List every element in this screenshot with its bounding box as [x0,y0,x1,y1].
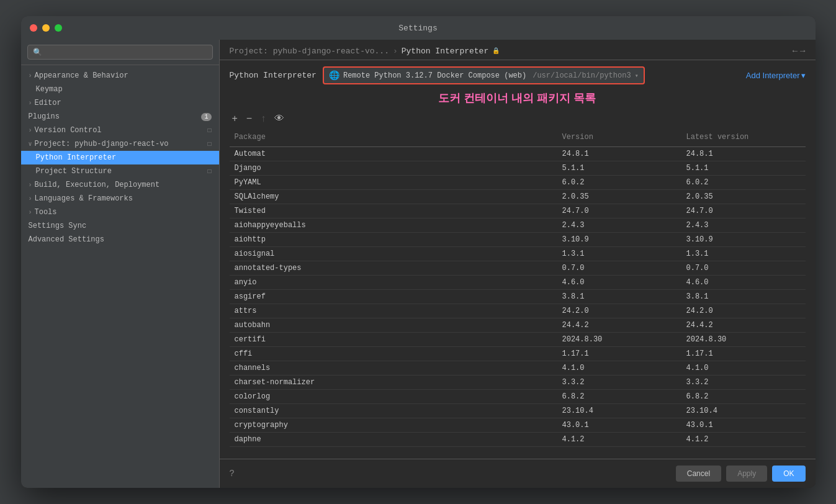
footer-buttons: Cancel Apply OK [676,466,806,482]
add-interpreter-arrow: ▾ [801,71,806,80]
lock-icon: □ [207,141,211,148]
interpreter-label: Python Interpreter [230,71,317,80]
package-latest: 24.2.0 [681,304,806,318]
package-name: Django [230,161,557,175]
table-row[interactable]: anyio 4.6.0 4.6.0 [230,276,806,290]
back-arrow[interactable]: ← [793,46,798,56]
interpreter-row: Python Interpreter 🌐 Remote Python 3.12.… [220,60,816,91]
table-row[interactable]: aiohappyeyeballs 2.4.3 2.4.3 [230,218,806,233]
package-version: 3.8.1 [557,290,681,304]
table-row[interactable]: SQLAlchemy 2.0.35 2.0.35 [230,190,806,204]
table-row[interactable]: annotated-types 0.7.0 0.7.0 [230,261,806,276]
table-row[interactable]: attrs 24.2.0 24.2.0 [230,304,806,318]
sidebar-item-version-control[interactable]: › Version Control □ [21,124,219,137]
package-name: autobahn [230,318,557,332]
package-latest: 24.7.0 [681,204,806,218]
main-panel: Project: pyhub-django-react-vo... › Pyth… [220,40,816,488]
package-name: constantly [230,404,557,418]
table-row[interactable]: Twisted 24.7.0 24.7.0 [230,204,806,218]
package-version: 6.0.2 [557,176,681,189]
chevron-icon: › [29,73,32,79]
table-row[interactable]: aiohttp 3.10.9 3.10.9 [230,233,806,247]
apply-button[interactable]: Apply [726,466,767,482]
maximize-button[interactable] [55,24,62,32]
sidebar-item-appearance[interactable]: › Appearance & Behavior [21,69,219,83]
table-row[interactable]: cryptography 43.0.1 43.0.1 [230,418,806,433]
sidebar-item-project[interactable]: ∨ Project: pyhub-django-react-vo □ [21,137,219,151]
breadcrumb-lock-icon: 🔒 [492,47,500,55]
content-area: › Appearance & Behavior Keymap › Editor … [21,40,816,488]
breadcrumb-current: Python Interpreter [402,47,488,56]
chevron-icon: › [29,100,32,107]
table-row[interactable]: aiosignal 1.3.1 1.3.1 [230,247,806,261]
table-row[interactable]: charset-normalizer 3.3.2 3.3.2 [230,376,806,390]
interpreter-path: /usr/local/bin/python3 [533,71,631,80]
lock-icon: □ [207,127,211,134]
breadcrumb-separator: › [393,47,398,56]
search-input[interactable] [27,45,213,60]
settings-window: Settings › Appearance & Behavior Keymap … [21,16,816,488]
sidebar-item-languages[interactable]: › Languages & Frameworks [21,192,219,205]
package-name: aiosignal [230,247,557,261]
sidebar-item-advanced-settings[interactable]: Advanced Settings [21,233,219,246]
minimize-button[interactable] [42,24,50,32]
table-header: Package Version Latest version [230,128,806,147]
eye-button[interactable]: 👁 [272,112,287,125]
remove-package-button[interactable]: − [244,112,254,125]
upload-package-button[interactable]: ↑ [258,112,268,125]
table-row[interactable]: constantly 23.10.4 23.10.4 [230,404,806,418]
package-name: charset-normalizer [230,376,557,389]
add-interpreter-button[interactable]: Add Interpreter ▾ [746,71,806,80]
package-name: Twisted [230,204,557,218]
table-row[interactable]: colorlog 6.8.2 6.8.2 [230,390,806,404]
sidebar-item-plugins[interactable]: Plugins 1 [21,110,219,124]
sidebar-item-editor[interactable]: › Editor [21,96,219,110]
table-row[interactable]: channels 4.1.0 4.1.0 [230,361,806,376]
package-version: 5.1.1 [557,161,681,175]
package-latest: 5.1.1 [681,161,806,175]
package-latest: 6.0.2 [681,176,806,189]
table-row[interactable]: Django 5.1.1 5.1.1 [230,161,806,176]
table-row[interactable]: daphne 4.1.2 4.1.2 [230,433,806,447]
package-latest: 2.0.35 [681,190,806,204]
package-version: 3.10.9 [557,233,681,246]
sidebar-item-build[interactable]: › Build, Execution, Deployment [21,178,219,192]
package-name: SQLAlchemy [230,190,557,204]
search-bar [21,40,219,65]
packages-table: Package Version Latest version Automat 2… [230,128,806,459]
sidebar-item-label: Keymap [36,85,63,94]
package-version: 0.7.0 [557,261,681,275]
sidebar-item-settings-sync[interactable]: Settings Sync [21,219,219,233]
package-latest: 4.1.0 [681,361,806,375]
sidebar-item-project-structure[interactable]: Project Structure □ [21,164,219,178]
table-row[interactable]: asgiref 3.8.1 3.8.1 [230,290,806,304]
package-latest: 23.10.4 [681,404,806,418]
table-row[interactable]: Automat 24.8.1 24.8.1 [230,147,806,161]
sidebar-item-keymap[interactable]: Keymap [21,83,219,96]
cancel-button[interactable]: Cancel [676,466,721,482]
sidebar-item-label: Version Control [35,126,102,135]
footer: ? Cancel Apply OK [220,459,816,488]
table-row[interactable]: cffi 1.17.1 1.17.1 [230,347,806,361]
table-row[interactable]: autobahn 24.4.2 24.4.2 [230,318,806,333]
package-version: 23.10.4 [557,404,681,418]
forward-arrow[interactable]: → [800,46,805,56]
interpreter-name: Remote Python 3.12.7 Docker Compose (web… [343,71,526,80]
package-name: colorlog [230,390,557,403]
package-name: anyio [230,276,557,289]
package-version: 3.3.2 [557,376,681,389]
sidebar-item-tools[interactable]: › Tools [21,205,219,219]
package-version: 4.6.0 [557,276,681,289]
main-header: Project: pyhub-django-react-vo... › Pyth… [220,40,816,60]
ok-button[interactable]: OK [772,466,805,482]
package-latest: 1.17.1 [681,347,806,361]
table-row[interactable]: certifi 2024.8.30 2024.8.30 [230,333,806,347]
help-button[interactable]: ? [230,469,235,479]
package-name: Automat [230,147,557,161]
table-row[interactable]: PyYAML 6.0.2 6.0.2 [230,176,806,190]
sidebar-item-python-interpreter[interactable]: Python Interpreter [21,151,219,164]
package-version: 43.0.1 [557,418,681,432]
interpreter-dropdown[interactable]: 🌐 Remote Python 3.12.7 Docker Compose (w… [323,66,645,84]
add-package-button[interactable]: + [230,112,240,125]
close-button[interactable] [30,24,37,32]
